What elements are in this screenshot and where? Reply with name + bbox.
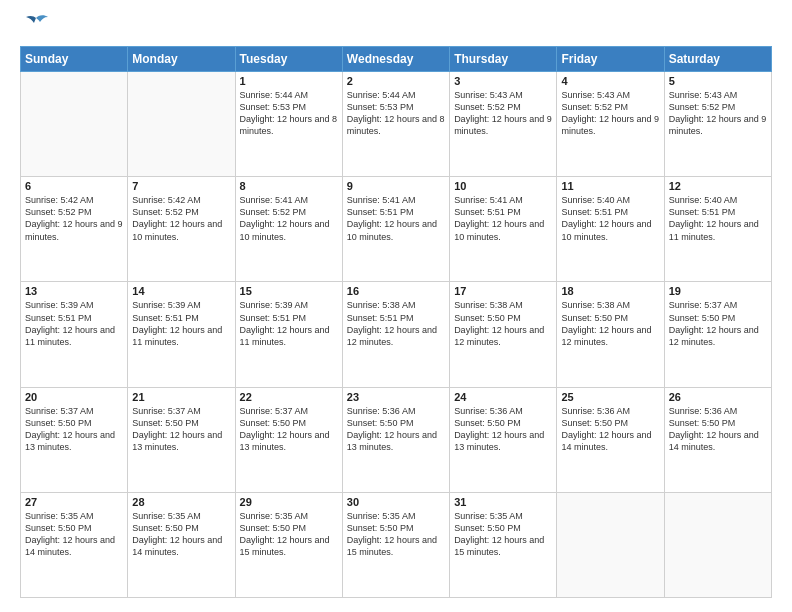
cell-details: Sunrise: 5:42 AM Sunset: 5:52 PM Dayligh… [132, 194, 230, 243]
cell-details: Sunrise: 5:43 AM Sunset: 5:52 PM Dayligh… [561, 89, 659, 138]
cell-details: Sunrise: 5:39 AM Sunset: 5:51 PM Dayligh… [132, 299, 230, 348]
week-row-5: 27Sunrise: 5:35 AM Sunset: 5:50 PM Dayli… [21, 492, 772, 597]
weekday-row: SundayMondayTuesdayWednesdayThursdayFrid… [21, 47, 772, 72]
calendar-cell: 15Sunrise: 5:39 AM Sunset: 5:51 PM Dayli… [235, 282, 342, 387]
day-number: 28 [132, 496, 230, 508]
calendar-cell: 22Sunrise: 5:37 AM Sunset: 5:50 PM Dayli… [235, 387, 342, 492]
day-number: 12 [669, 180, 767, 192]
day-number: 6 [25, 180, 123, 192]
day-number: 14 [132, 285, 230, 297]
calendar-cell: 26Sunrise: 5:36 AM Sunset: 5:50 PM Dayli… [664, 387, 771, 492]
day-number: 31 [454, 496, 552, 508]
day-number: 30 [347, 496, 445, 508]
weekday-header-saturday: Saturday [664, 47, 771, 72]
cell-details: Sunrise: 5:35 AM Sunset: 5:50 PM Dayligh… [25, 510, 123, 559]
calendar-header: SundayMondayTuesdayWednesdayThursdayFrid… [21, 47, 772, 72]
day-number: 3 [454, 75, 552, 87]
cell-details: Sunrise: 5:44 AM Sunset: 5:53 PM Dayligh… [240, 89, 338, 138]
cell-details: Sunrise: 5:40 AM Sunset: 5:51 PM Dayligh… [669, 194, 767, 243]
day-number: 22 [240, 391, 338, 403]
logo-bird-icon [22, 14, 50, 36]
calendar-cell: 31Sunrise: 5:35 AM Sunset: 5:50 PM Dayli… [450, 492, 557, 597]
calendar-cell: 23Sunrise: 5:36 AM Sunset: 5:50 PM Dayli… [342, 387, 449, 492]
cell-details: Sunrise: 5:36 AM Sunset: 5:50 PM Dayligh… [669, 405, 767, 454]
calendar-cell: 14Sunrise: 5:39 AM Sunset: 5:51 PM Dayli… [128, 282, 235, 387]
page: SundayMondayTuesdayWednesdayThursdayFrid… [0, 0, 792, 612]
calendar-cell: 13Sunrise: 5:39 AM Sunset: 5:51 PM Dayli… [21, 282, 128, 387]
cell-details: Sunrise: 5:39 AM Sunset: 5:51 PM Dayligh… [25, 299, 123, 348]
cell-details: Sunrise: 5:37 AM Sunset: 5:50 PM Dayligh… [240, 405, 338, 454]
calendar-cell [128, 72, 235, 177]
day-number: 5 [669, 75, 767, 87]
day-number: 26 [669, 391, 767, 403]
calendar-cell: 10Sunrise: 5:41 AM Sunset: 5:51 PM Dayli… [450, 177, 557, 282]
calendar-cell: 16Sunrise: 5:38 AM Sunset: 5:51 PM Dayli… [342, 282, 449, 387]
day-number: 24 [454, 391, 552, 403]
weekday-header-wednesday: Wednesday [342, 47, 449, 72]
cell-details: Sunrise: 5:43 AM Sunset: 5:52 PM Dayligh… [454, 89, 552, 138]
calendar-cell: 11Sunrise: 5:40 AM Sunset: 5:51 PM Dayli… [557, 177, 664, 282]
cell-details: Sunrise: 5:37 AM Sunset: 5:50 PM Dayligh… [132, 405, 230, 454]
weekday-header-friday: Friday [557, 47, 664, 72]
week-row-2: 6Sunrise: 5:42 AM Sunset: 5:52 PM Daylig… [21, 177, 772, 282]
calendar-cell: 3Sunrise: 5:43 AM Sunset: 5:52 PM Daylig… [450, 72, 557, 177]
calendar-cell: 9Sunrise: 5:41 AM Sunset: 5:51 PM Daylig… [342, 177, 449, 282]
day-number: 11 [561, 180, 659, 192]
cell-details: Sunrise: 5:35 AM Sunset: 5:50 PM Dayligh… [240, 510, 338, 559]
day-number: 18 [561, 285, 659, 297]
calendar-table: SundayMondayTuesdayWednesdayThursdayFrid… [20, 46, 772, 598]
calendar-cell [21, 72, 128, 177]
calendar-cell: 4Sunrise: 5:43 AM Sunset: 5:52 PM Daylig… [557, 72, 664, 177]
calendar-cell: 24Sunrise: 5:36 AM Sunset: 5:50 PM Dayli… [450, 387, 557, 492]
cell-details: Sunrise: 5:41 AM Sunset: 5:52 PM Dayligh… [240, 194, 338, 243]
calendar-cell: 7Sunrise: 5:42 AM Sunset: 5:52 PM Daylig… [128, 177, 235, 282]
calendar-cell: 19Sunrise: 5:37 AM Sunset: 5:50 PM Dayli… [664, 282, 771, 387]
cell-details: Sunrise: 5:36 AM Sunset: 5:50 PM Dayligh… [347, 405, 445, 454]
calendar-cell: 5Sunrise: 5:43 AM Sunset: 5:52 PM Daylig… [664, 72, 771, 177]
calendar-cell: 18Sunrise: 5:38 AM Sunset: 5:50 PM Dayli… [557, 282, 664, 387]
day-number: 2 [347, 75, 445, 87]
calendar-cell: 27Sunrise: 5:35 AM Sunset: 5:50 PM Dayli… [21, 492, 128, 597]
calendar-cell: 25Sunrise: 5:36 AM Sunset: 5:50 PM Dayli… [557, 387, 664, 492]
calendar-cell: 8Sunrise: 5:41 AM Sunset: 5:52 PM Daylig… [235, 177, 342, 282]
cell-details: Sunrise: 5:37 AM Sunset: 5:50 PM Dayligh… [669, 299, 767, 348]
day-number: 9 [347, 180, 445, 192]
cell-details: Sunrise: 5:35 AM Sunset: 5:50 PM Dayligh… [132, 510, 230, 559]
day-number: 10 [454, 180, 552, 192]
cell-details: Sunrise: 5:38 AM Sunset: 5:51 PM Dayligh… [347, 299, 445, 348]
weekday-header-thursday: Thursday [450, 47, 557, 72]
calendar-cell: 28Sunrise: 5:35 AM Sunset: 5:50 PM Dayli… [128, 492, 235, 597]
cell-details: Sunrise: 5:36 AM Sunset: 5:50 PM Dayligh… [454, 405, 552, 454]
cell-details: Sunrise: 5:40 AM Sunset: 5:51 PM Dayligh… [561, 194, 659, 243]
calendar-cell [557, 492, 664, 597]
cell-details: Sunrise: 5:43 AM Sunset: 5:52 PM Dayligh… [669, 89, 767, 138]
cell-details: Sunrise: 5:35 AM Sunset: 5:50 PM Dayligh… [347, 510, 445, 559]
calendar-cell [664, 492, 771, 597]
day-number: 15 [240, 285, 338, 297]
weekday-header-tuesday: Tuesday [235, 47, 342, 72]
calendar-cell: 20Sunrise: 5:37 AM Sunset: 5:50 PM Dayli… [21, 387, 128, 492]
day-number: 27 [25, 496, 123, 508]
day-number: 29 [240, 496, 338, 508]
calendar-cell: 2Sunrise: 5:44 AM Sunset: 5:53 PM Daylig… [342, 72, 449, 177]
calendar-cell: 17Sunrise: 5:38 AM Sunset: 5:50 PM Dayli… [450, 282, 557, 387]
day-number: 16 [347, 285, 445, 297]
cell-details: Sunrise: 5:38 AM Sunset: 5:50 PM Dayligh… [454, 299, 552, 348]
cell-details: Sunrise: 5:41 AM Sunset: 5:51 PM Dayligh… [454, 194, 552, 243]
cell-details: Sunrise: 5:35 AM Sunset: 5:50 PM Dayligh… [454, 510, 552, 559]
day-number: 20 [25, 391, 123, 403]
day-number: 1 [240, 75, 338, 87]
day-number: 21 [132, 391, 230, 403]
calendar-body: 1Sunrise: 5:44 AM Sunset: 5:53 PM Daylig… [21, 72, 772, 598]
cell-details: Sunrise: 5:42 AM Sunset: 5:52 PM Dayligh… [25, 194, 123, 243]
day-number: 7 [132, 180, 230, 192]
calendar-cell: 30Sunrise: 5:35 AM Sunset: 5:50 PM Dayli… [342, 492, 449, 597]
calendar-cell: 21Sunrise: 5:37 AM Sunset: 5:50 PM Dayli… [128, 387, 235, 492]
cell-details: Sunrise: 5:44 AM Sunset: 5:53 PM Dayligh… [347, 89, 445, 138]
day-number: 23 [347, 391, 445, 403]
week-row-1: 1Sunrise: 5:44 AM Sunset: 5:53 PM Daylig… [21, 72, 772, 177]
day-number: 8 [240, 180, 338, 192]
cell-details: Sunrise: 5:41 AM Sunset: 5:51 PM Dayligh… [347, 194, 445, 243]
header [20, 18, 772, 36]
calendar-cell: 12Sunrise: 5:40 AM Sunset: 5:51 PM Dayli… [664, 177, 771, 282]
